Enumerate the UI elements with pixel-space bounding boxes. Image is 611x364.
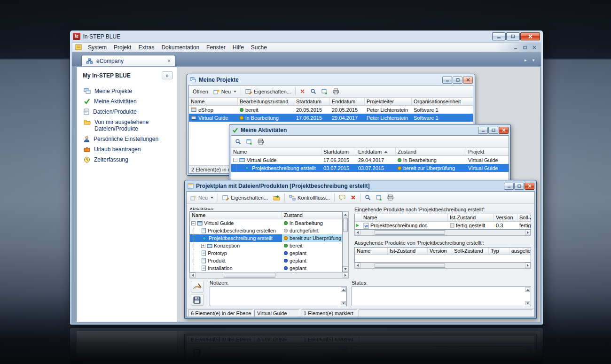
column-header-enddatum[interactable]: Enddatum — [330, 98, 365, 105]
scroll-thumb[interactable] — [375, 230, 445, 235]
close-button[interactable] — [525, 183, 534, 190]
menu-fenster[interactable]: Fenster — [203, 43, 229, 52]
incoming-horizontal-scrollbar[interactable] — [354, 230, 531, 236]
scroll-down-button[interactable] — [343, 266, 348, 272]
update-view-button[interactable] — [319, 87, 330, 95]
column-header-zustand[interactable]: Zustand — [282, 212, 342, 219]
menu-dokumentation[interactable]: Dokumentation — [158, 43, 203, 52]
update-view-button[interactable] — [244, 138, 255, 146]
column-header-version[interactable]: Version — [428, 248, 452, 255]
minimize-button[interactable] — [478, 127, 488, 134]
sidebar-item-dateien-produkte[interactable]: Dateien/Produkte — [77, 107, 177, 117]
sidebar-item-ausgeliehene[interactable]: Von mir ausgeliehene Dateien/Produkte — [77, 117, 177, 134]
sidebar-item-urlaub-beantragen[interactable]: Urlaub beantragen — [77, 144, 177, 155]
tree-row-produkt[interactable]: Produkt geplant — [190, 257, 342, 264]
scroll-up-button[interactable] — [343, 212, 348, 217]
print-button[interactable] — [330, 87, 342, 95]
open-button[interactable]: Öffnen — [190, 88, 211, 95]
maximize-button[interactable] — [514, 183, 524, 190]
scroll-right-button[interactable] — [525, 230, 531, 235]
column-header-zustand[interactable]: Zustand — [396, 148, 466, 155]
mdi-close-button[interactable] — [531, 44, 538, 50]
scroll-down-button[interactable] — [525, 301, 530, 305]
properties-button[interactable]: Eigenschaften... — [220, 194, 270, 201]
scroll-thumb[interactable] — [343, 218, 348, 232]
minimize-button[interactable] — [504, 183, 514, 190]
column-header-startdatum[interactable]: Startdatum — [321, 148, 356, 155]
search-button[interactable] — [308, 87, 319, 95]
delete-button[interactable] — [298, 88, 307, 95]
column-header-ist-zustand[interactable]: Ist-Zustand — [448, 214, 494, 221]
scroll-thumb[interactable] — [224, 273, 275, 278]
tree-row-konzeption[interactable]: +Konzeption bereit — [190, 242, 342, 249]
scroll-left-button[interactable] — [355, 230, 360, 235]
sidebar-item-meine-projekte[interactable]: Meine Projekte — [77, 86, 177, 96]
column-header-name[interactable]: Name — [231, 148, 321, 155]
new-button[interactable]: Neu — [188, 194, 216, 201]
handwriting-note-button[interactable] — [191, 281, 204, 293]
scroll-right-button[interactable] — [343, 272, 348, 278]
column-header-name[interactable]: Name — [361, 214, 448, 221]
scroll-left-button[interactable] — [355, 263, 360, 268]
incoming-row-projektbeschreibung[interactable]: WProjektbeschreibung.doc fertig gestellt… — [355, 222, 531, 229]
tree-row-erstellt-selected[interactable]: Projektbeschreibung erstellt bereit zur … — [190, 234, 342, 242]
collapse-toggle-icon[interactable]: − — [191, 221, 196, 225]
outgoing-horizontal-scrollbar[interactable] — [354, 263, 531, 269]
column-header-name[interactable]: Name — [190, 212, 282, 219]
update-view-button[interactable] — [374, 194, 384, 201]
folder-export-button[interactable] — [271, 194, 282, 201]
table-row-virtual-guide[interactable]: Virtual Guide in Bearbeitung 17.06.2015 … — [189, 114, 473, 122]
properties-button[interactable]: Eigenschaften... — [243, 88, 293, 95]
menu-extras[interactable]: Extras — [135, 43, 157, 52]
column-header-name[interactable]: Name — [189, 98, 238, 105]
comment-button[interactable] — [337, 194, 348, 201]
activity-row-virtual-guide[interactable]: −Virtual Guide 17.06.2015 29.04.2017 in … — [231, 156, 509, 164]
menu-hilfe[interactable]: Hilfe — [229, 43, 247, 52]
column-header-enddatum[interactable]: Enddatum — [356, 148, 396, 155]
column-header-soll-zustand[interactable]: Soll-Zustand — [517, 214, 531, 221]
sidebar-collapse-button[interactable]: » — [162, 71, 173, 79]
tree-row-prototyp[interactable]: Prototyp geplant — [190, 249, 342, 257]
meine-projekte-titlebar[interactable]: Meine Projekte — [188, 76, 473, 85]
search-button[interactable] — [233, 138, 243, 146]
scroll-down-button[interactable] — [341, 301, 346, 305]
new-button[interactable]: Neu — [211, 88, 239, 95]
scroll-right-button[interactable] — [525, 263, 531, 268]
scroll-left-button[interactable] — [190, 272, 196, 278]
kontrollfluss-button[interactable]: Kontrollfluss... — [287, 194, 332, 201]
column-header-version[interactable]: Version — [494, 214, 517, 221]
close-button[interactable] — [499, 127, 509, 134]
notes-textarea[interactable] — [210, 287, 347, 306]
scroll-up-button[interactable] — [341, 287, 346, 292]
scroll-thumb[interactable] — [375, 263, 445, 268]
minimize-button[interactable] — [492, 32, 506, 40]
column-header-bearbeitungszustand[interactable]: Bearbeitungszustand — [238, 98, 294, 105]
print-button[interactable] — [385, 194, 396, 201]
delete-button[interactable] — [348, 194, 358, 201]
search-button[interactable] — [362, 194, 373, 201]
maximize-button[interactable] — [488, 127, 498, 134]
tab-list-icon[interactable]: ▼ — [532, 58, 535, 62]
column-header-name[interactable]: Name — [355, 248, 388, 255]
mdi-minimize-button[interactable] — [512, 44, 519, 50]
projektplan-titlebar[interactable]: Projektplan mit Dateien/Produkten [Proje… — [186, 182, 535, 191]
expand-toggle-icon[interactable]: + — [201, 244, 205, 248]
column-header-organisationseinheit[interactable]: Organisationseinheit — [412, 98, 473, 105]
tab-ecompany[interactable]: eCompany × — [81, 55, 175, 66]
table-row-eshop[interactable]: eShop bereit 20.05.2015 20.05.2015 Peter… — [189, 106, 473, 114]
close-button[interactable] — [463, 77, 473, 84]
sidebar-item-zeiterfassung[interactable]: Zeiterfassung — [77, 155, 177, 165]
system-menu-icon[interactable] — [75, 44, 82, 50]
column-header-projektleiter[interactable]: Projektleiter — [365, 98, 412, 105]
sidebar-item-meine-aktivitaeten[interactable]: Meine Aktivitäten — [77, 96, 177, 107]
menu-suche[interactable]: Suche — [248, 43, 270, 52]
tree-row-installation[interactable]: Installation geplant — [190, 264, 342, 272]
tab-scroll-right-icon[interactable]: ► — [524, 58, 527, 62]
menu-system[interactable]: System — [85, 43, 110, 52]
window-titlebar[interactable]: is in-STEP BLUE — [72, 31, 541, 42]
scroll-up-button[interactable] — [525, 287, 530, 292]
column-header-typ[interactable]: Typ — [489, 248, 509, 255]
activity-row-projektbeschreibung[interactable]: Projektbeschreibung erstellt 03.07.2015 … — [231, 164, 509, 172]
column-header-soll-zustand[interactable]: Soll-Zustand — [452, 248, 489, 255]
meine-aktivitaeten-titlebar[interactable]: Meine Aktivitäten — [231, 126, 509, 135]
